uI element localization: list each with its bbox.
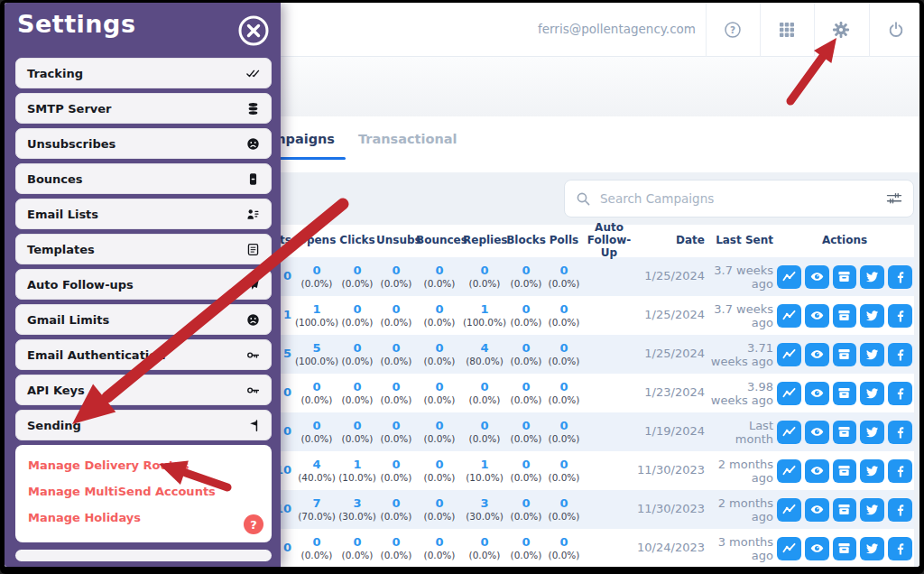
unsubs-value[interactable]: 0 [392, 497, 400, 511]
recipients-value[interactable]: 0 [283, 542, 291, 555]
search-input[interactable] [598, 190, 886, 207]
blocks-value[interactable]: 0 [522, 420, 530, 433]
blocks-value[interactable]: 0 [522, 381, 530, 394]
tab-transactional[interactable]: Transactional [358, 132, 457, 146]
archive-action-button[interactable] [833, 382, 857, 405]
clicks-value[interactable]: 0 [353, 303, 361, 317]
twitter-action-button[interactable] [860, 421, 884, 444]
menu-item-email-lists[interactable]: Email Lists [15, 199, 272, 229]
chart-action-button[interactable] [777, 382, 801, 405]
polls-value[interactable]: 0 [559, 381, 568, 394]
replies-value[interactable]: 1 [480, 458, 488, 472]
blocks-value[interactable]: 0 [522, 536, 530, 550]
facebook-action-button[interactable] [888, 304, 912, 328]
facebook-action-button[interactable] [888, 265, 912, 289]
clicks-value[interactable]: 0 [353, 342, 361, 356]
menu-item-smtp-server[interactable]: SMTP Server [15, 93, 272, 124]
replies-value[interactable]: 0 [480, 264, 488, 278]
opens-value[interactable]: 5 [312, 342, 320, 356]
unsubs-value[interactable]: 0 [392, 303, 400, 317]
bounces-value[interactable]: 0 [435, 497, 443, 511]
facebook-action-button[interactable] [888, 343, 912, 366]
close-icon[interactable] [237, 14, 270, 47]
menu-item-gmail-limits[interactable]: Gmail Limits [15, 304, 272, 335]
chart-action-button[interactable] [777, 304, 801, 328]
gear-icon[interactable] [814, 3, 868, 57]
polls-value[interactable]: 0 [559, 342, 568, 356]
recipients-value[interactable]: 0 [283, 386, 291, 400]
eye-action-button[interactable] [805, 265, 829, 289]
manage-holidays-link[interactable]: Manage Holidays [28, 505, 259, 531]
menu-item-tracking[interactable]: Tracking [15, 58, 272, 88]
twitter-action-button[interactable] [860, 459, 884, 483]
replies-value[interactable]: 1 [480, 303, 488, 317]
facebook-action-button[interactable] [888, 421, 912, 444]
chart-action-button[interactable] [777, 343, 801, 366]
facebook-action-button[interactable] [888, 537, 912, 560]
facebook-action-button[interactable] [888, 382, 912, 405]
bounces-value[interactable]: 0 [435, 420, 443, 433]
menu-item-api-keys[interactable]: API Keys [15, 375, 272, 405]
clicks-value[interactable]: 1 [353, 458, 361, 472]
power-icon[interactable] [869, 3, 919, 57]
unsubs-value[interactable]: 0 [392, 381, 400, 394]
clicks-value[interactable]: 0 [353, 420, 361, 433]
chart-action-button[interactable] [777, 537, 801, 560]
opens-value[interactable]: 0 [312, 536, 320, 550]
eye-action-button[interactable] [805, 537, 829, 560]
menu-item-templates[interactable]: Templates [15, 234, 272, 264]
facebook-action-button[interactable] [888, 459, 912, 483]
menu-item-email-authentication[interactable]: Email Authentication [15, 339, 272, 370]
opens-value[interactable]: 1 [312, 303, 320, 317]
unsubs-value[interactable]: 0 [392, 458, 400, 472]
blocks-value[interactable]: 0 [522, 342, 530, 356]
bounces-value[interactable]: 0 [435, 303, 443, 317]
menu-item-unsubscribes[interactable]: Unsubscribes [15, 128, 272, 159]
bounces-value[interactable]: 0 [435, 381, 443, 394]
recipients-value[interactable]: 5 [283, 347, 291, 361]
chart-action-button[interactable] [777, 498, 801, 522]
eye-action-button[interactable] [805, 304, 829, 328]
opens-value[interactable]: 7 [312, 497, 320, 511]
archive-action-button[interactable] [833, 459, 857, 483]
facebook-action-button[interactable] [888, 498, 912, 522]
twitter-action-button[interactable] [860, 343, 884, 366]
menu-item-sending[interactable]: Sending [15, 410, 272, 440]
opens-value[interactable]: 0 [312, 420, 320, 433]
manage-multisend-accounts-link[interactable]: Manage MultiSend Accounts [28, 478, 259, 505]
archive-action-button[interactable] [833, 265, 857, 289]
opens-value[interactable]: 0 [312, 381, 320, 394]
twitter-action-button[interactable] [860, 382, 884, 405]
eye-action-button[interactable] [805, 421, 829, 444]
unsubs-value[interactable]: 0 [392, 342, 400, 356]
replies-value[interactable]: 0 [480, 420, 488, 433]
polls-value[interactable]: 0 [559, 497, 568, 511]
polls-value[interactable]: 0 [559, 303, 568, 317]
blocks-value[interactable]: 0 [522, 264, 530, 278]
replies-value[interactable]: 0 [480, 381, 488, 394]
replies-value[interactable]: 3 [480, 497, 488, 511]
recipients-value[interactable]: 0 [283, 425, 291, 439]
chart-action-button[interactable] [777, 265, 801, 289]
bounces-value[interactable]: 0 [435, 264, 443, 278]
archive-action-button[interactable] [833, 421, 857, 444]
unsubs-value[interactable]: 0 [392, 420, 400, 433]
bounces-value[interactable]: 0 [435, 458, 443, 472]
chart-action-button[interactable] [777, 421, 801, 444]
archive-action-button[interactable] [833, 498, 857, 522]
filter-icon[interactable] [886, 191, 902, 206]
chart-action-button[interactable] [777, 459, 801, 483]
polls-value[interactable]: 0 [559, 536, 568, 550]
twitter-action-button[interactable] [860, 498, 884, 522]
unsubs-value[interactable]: 0 [392, 264, 400, 278]
menu-item-bounces[interactable]: Bounces [15, 163, 272, 194]
clicks-value[interactable]: 0 [353, 264, 361, 278]
twitter-action-button[interactable] [860, 537, 884, 560]
twitter-action-button[interactable] [860, 265, 884, 289]
unsubs-value[interactable]: 0 [392, 536, 400, 550]
archive-action-button[interactable] [833, 537, 857, 560]
archive-action-button[interactable] [833, 343, 857, 366]
eye-action-button[interactable] [805, 343, 829, 366]
recipients-value[interactable]: 1 [283, 309, 291, 322]
clicks-value[interactable]: 0 [353, 381, 361, 394]
